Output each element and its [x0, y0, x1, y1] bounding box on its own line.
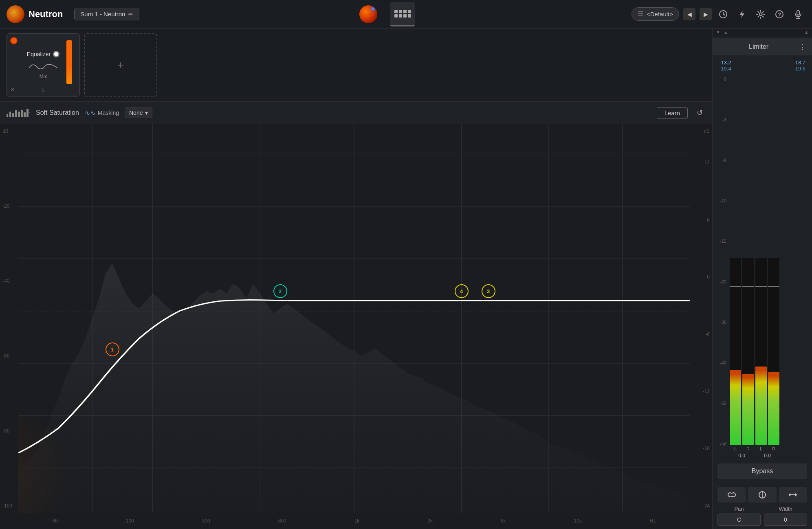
svg-rect-5 — [797, 11, 799, 15]
grid-view-btn[interactable] — [390, 2, 415, 26]
eq-toolbar: Soft Saturation ∿∿ Masking None ▾ Learn … — [0, 102, 712, 124]
settings-button[interactable] — [753, 7, 768, 22]
meter-r2: R — [768, 258, 779, 451]
meter-bar-wrap-l2 — [755, 258, 767, 445]
mix-view-btn[interactable] — [356, 2, 381, 26]
scroll-arrow[interactable]: ▼ — [716, 30, 720, 35]
add-module-button[interactable]: + — [84, 33, 157, 97]
width-button[interactable] — [779, 487, 807, 503]
bands-view-toggle[interactable] — [7, 108, 30, 117]
eq-display[interactable]: dB -20 -40 -60 -80 -100 dB 12 6 0 — [0, 124, 712, 529]
module-knob[interactable] — [53, 51, 59, 57]
module-power-button[interactable] — [10, 37, 18, 44]
microphone-button[interactable] — [791, 7, 805, 22]
level-left-rms: -19.4 — [719, 66, 731, 72]
db-scale-mark: -6 — [716, 158, 726, 162]
masking-chevron-icon: ▾ — [145, 110, 148, 116]
eq-node-2[interactable]: 2 — [273, 284, 287, 298]
meter-r1: R — [742, 258, 754, 451]
scroll-arrow-right[interactable]: ▲ — [804, 30, 809, 35]
svg-rect-11 — [26, 109, 29, 117]
top-scroll-area: ▼ ▲ ▲ — [713, 29, 812, 36]
hz-label: 1k — [354, 518, 360, 524]
bands-icon-svg — [18, 108, 30, 117]
phase-icon — [757, 490, 767, 500]
eq-node-label: 1 — [111, 347, 114, 353]
threshold-line — [742, 286, 754, 287]
help-button[interactable]: ? — [772, 7, 787, 22]
db-label: -60 — [2, 353, 16, 359]
mix-sphere-icon — [359, 5, 377, 23]
width-value[interactable]: 0 — [764, 514, 807, 526]
meter-label-r2: R — [772, 446, 775, 451]
svg-marker-12 — [29, 112, 30, 114]
link-button[interactable] — [717, 487, 746, 503]
microphone-icon — [794, 10, 803, 19]
pan-value[interactable]: C — [717, 514, 761, 526]
db-label: -80 — [2, 428, 16, 434]
preset-selector[interactable]: Sum 1 - Neutron ✏ — [74, 8, 139, 20]
grid-cell — [403, 14, 407, 18]
meter-fill-l2 — [755, 367, 767, 445]
equalizer-module-card[interactable]: Equalizer Mix ✕ ⠿ — [7, 33, 80, 97]
eq-node-1[interactable]: 1 — [106, 342, 119, 356]
masking-wave-icon: ∿∿ — [85, 109, 95, 117]
module-fader[interactable] — [66, 40, 72, 84]
masking-select[interactable]: None ▾ — [125, 108, 152, 118]
threshold-line — [768, 286, 779, 287]
db-labels-left: dB -20 -40 -60 -80 -100 — [0, 124, 18, 513]
svg-rect-8 — [18, 112, 20, 117]
db-label-r: -24 — [692, 503, 710, 509]
masking-label: Masking — [98, 110, 119, 116]
masking-button[interactable]: ∿∿ Masking — [85, 109, 119, 117]
db-scale-mark: -20 — [716, 279, 726, 284]
db-label-r: 6 — [692, 217, 710, 223]
svg-rect-9 — [21, 110, 23, 117]
preset-name: Sum 1 - Neutron — [80, 11, 125, 18]
neutron-logo — [7, 5, 24, 23]
meter-fill-r2 — [768, 372, 779, 445]
hz-label: 3k — [427, 518, 433, 524]
band-bar — [9, 112, 11, 117]
bypass-button[interactable]: Bypass — [717, 463, 807, 479]
preset-prev-button[interactable]: ◀ — [683, 8, 695, 20]
level-right: -13.7 -19.6 — [793, 59, 805, 72]
learn-button[interactable]: Learn — [657, 107, 688, 119]
module-drag-handle[interactable]: ⠿ — [42, 88, 45, 94]
hz-label: 100 — [126, 518, 134, 524]
svg-point-2 — [759, 13, 762, 15]
phase-button[interactable] — [748, 487, 776, 503]
preset-next-button[interactable]: ▶ — [700, 8, 712, 20]
hz-labels: 60 100 300 600 1k 3k 6k 10k Hz — [18, 513, 690, 529]
db-label-r: -12 — [692, 389, 710, 394]
eq-node-label: 3 — [487, 288, 490, 294]
link-icon — [727, 490, 737, 500]
limiter-menu-button[interactable]: ⋮ — [799, 42, 806, 51]
db-label-r: 0 — [692, 274, 710, 280]
history-button[interactable] — [716, 7, 731, 22]
db-scale-mark: -30 — [716, 320, 726, 325]
scroll-arrow[interactable]: ▲ — [724, 30, 728, 35]
eq-node-3[interactable]: 3 — [482, 284, 495, 298]
reset-button[interactable]: ↺ — [693, 107, 706, 119]
eq-mode-label: Soft Saturation — [36, 109, 79, 116]
eq-node-4[interactable]: 4 — [455, 284, 469, 298]
db-scale-mark: -10 — [716, 198, 726, 203]
masking-none-label: None — [129, 110, 143, 116]
db-label: -40 — [2, 278, 16, 284]
width-icon — [788, 490, 798, 500]
grid-cell — [399, 10, 402, 13]
default-label: <Default> — [647, 11, 673, 18]
icon-row — [717, 487, 807, 503]
db-label-r: -18 — [692, 446, 710, 451]
menu-lines-icon: ☰ — [638, 10, 643, 18]
module-close-button[interactable]: ✕ — [10, 86, 15, 93]
pan-width-row: Pan C Width 0 — [717, 506, 807, 526]
eq-canvas[interactable]: 1 2 4 3 — [18, 124, 690, 513]
level-readings: -13.2 -19.4 -13.7 -19.6 — [713, 58, 812, 75]
default-preset-selector[interactable]: ☰ <Default> — [632, 7, 679, 21]
meter-bar-wrap-l1 — [730, 258, 741, 445]
eq-svg — [18, 124, 690, 513]
add-module-icon: + — [117, 59, 124, 72]
lightning-button[interactable] — [735, 7, 749, 22]
